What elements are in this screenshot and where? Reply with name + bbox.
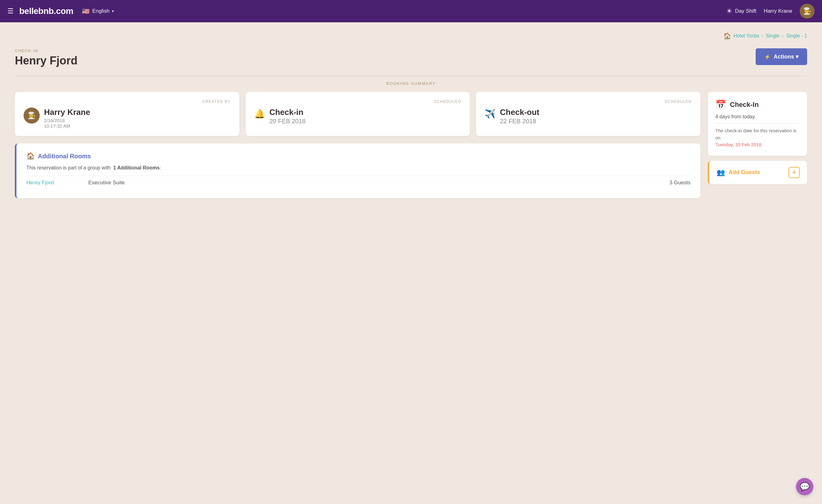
room-type: Executive Suite bbox=[88, 180, 670, 186]
day-shift: ☀ Day Shift bbox=[726, 7, 756, 15]
checkin-title: Check-in bbox=[270, 107, 306, 117]
checkout-details: Check-out 22 FEB 2018 bbox=[500, 107, 539, 125]
additional-rooms-text: This reservation is part of a group with… bbox=[26, 165, 691, 171]
right-card-header: 📅 Check-In bbox=[715, 99, 800, 110]
created-by-name: Harry Krane bbox=[44, 107, 90, 117]
created-by-card: CREATED BY 👨‍🍳 Harry Krane 2/16/2018 10:… bbox=[15, 92, 240, 136]
breadcrumb-room-type[interactable]: Single bbox=[766, 33, 780, 39]
room-guests: 3 Guests bbox=[670, 180, 691, 186]
chat-button[interactable]: 💬 bbox=[796, 478, 813, 495]
checkin-days: 4 days from today. bbox=[715, 114, 800, 120]
breadcrumb-room[interactable]: Single - 1 bbox=[786, 33, 807, 39]
checkout-title: Check-out bbox=[500, 107, 539, 117]
bell-icon: 🔔 bbox=[254, 109, 265, 119]
created-by-time: 10:17:32 AM bbox=[44, 123, 90, 129]
add-guests-left: 👥 Add Guests bbox=[717, 169, 760, 177]
checkin-date: 20 FEB 2018 bbox=[270, 118, 306, 125]
checkin-desc-part1: The check-in date for this reservation i… bbox=[715, 128, 797, 140]
chevron-down-icon: ▾ bbox=[112, 9, 114, 13]
checkin-label: CHECK-IN bbox=[15, 48, 77, 53]
plane-icon: ✈️ bbox=[485, 109, 495, 119]
booking-summary-label: BOOKING SUMMARY bbox=[15, 76, 807, 86]
guests-icon: 👥 bbox=[717, 169, 725, 177]
bolt-icon: ⚡ bbox=[764, 54, 771, 60]
created-by-date: 2/16/2018 bbox=[44, 118, 90, 123]
chat-icon: 💬 bbox=[800, 482, 810, 492]
content-right: 📅 Check-In 4 days from today. The check-… bbox=[708, 92, 807, 198]
add-guests-plus-button[interactable]: + bbox=[789, 167, 800, 178]
user-name: Harry Krane bbox=[764, 8, 792, 14]
add-guests-card: 👥 Add Guests + bbox=[708, 161, 807, 184]
checkin-desc: The check-in date for this reservation i… bbox=[715, 127, 800, 148]
main-content: 🏠 Hotel Yorba › Single › Single - 1 CHEC… bbox=[0, 22, 822, 208]
language-selector[interactable]: 🇺🇸 English ▾ bbox=[82, 7, 114, 15]
content-layout: CREATED BY 👨‍🍳 Harry Krane 2/16/2018 10:… bbox=[15, 92, 807, 198]
checkin-card: SCHEDULED 🔔 Check-in 20 FEB 2018 bbox=[246, 92, 470, 136]
created-by-content: 👨‍🍳 Harry Krane 2/16/2018 10:17:32 AM bbox=[24, 107, 231, 129]
checkin-date-highlight: Tuesday, 20 Feb 2018. bbox=[715, 142, 763, 147]
description-prefix: This reservation is part of a group with bbox=[26, 165, 110, 170]
breadcrumb-hotel[interactable]: Hotel Yorba bbox=[734, 33, 759, 39]
avatar[interactable]: 👨‍🍳 bbox=[800, 4, 815, 19]
header-right: ☀ Day Shift Harry Krane 👨‍🍳 bbox=[726, 4, 815, 19]
title-block: CHECK-IN Henry Fjord bbox=[15, 48, 77, 67]
right-checkin-card: 📅 Check-In 4 days from today. The check-… bbox=[708, 92, 807, 156]
breadcrumb-sep-2: › bbox=[782, 33, 784, 39]
checkout-card: SCHEDULED ✈️ Check-out 22 FEB 2018 bbox=[476, 92, 701, 136]
checkout-content: ✈️ Check-out 22 FEB 2018 bbox=[485, 107, 692, 125]
page-title-area: CHECK-IN Henry Fjord ⚡ Actions ▾ bbox=[15, 48, 807, 67]
checkin-scheduled-label: SCHEDULED bbox=[254, 99, 461, 104]
description-highlight: 1 Additional Rooms bbox=[113, 165, 160, 170]
breadcrumb: 🏠 Hotel Yorba › Single › Single - 1 bbox=[15, 32, 807, 40]
additional-rooms-card: 🏠 Additional Rooms This reservation is p… bbox=[15, 143, 701, 198]
checkin-details: Check-in 20 FEB 2018 bbox=[270, 107, 306, 125]
guest-name: Henry Fjord bbox=[15, 54, 77, 67]
created-by-details: Harry Krane 2/16/2018 10:17:32 AM bbox=[44, 107, 90, 129]
additional-rooms-header: 🏠 Additional Rooms bbox=[26, 152, 691, 160]
checkin-divider bbox=[715, 123, 800, 124]
checkout-scheduled-label: SCHEDULED bbox=[485, 99, 692, 104]
breadcrumb-sep-1: › bbox=[762, 33, 763, 39]
created-by-label: CREATED BY bbox=[24, 99, 231, 104]
home-icon: 🏠 bbox=[723, 32, 731, 40]
actions-label: Actions ▾ bbox=[774, 53, 798, 60]
room-row: Henry Fjord Executive Suite 3 Guests bbox=[26, 176, 691, 190]
content-left: CREATED BY 👨‍🍳 Harry Krane 2/16/2018 10:… bbox=[15, 92, 701, 198]
cards-row: CREATED BY 👨‍🍳 Harry Krane 2/16/2018 10:… bbox=[15, 92, 701, 136]
header: ☰ bellebnb.com 🇺🇸 English ▾ ☀ Day Shift … bbox=[0, 0, 822, 22]
sun-icon: ☀ bbox=[726, 7, 732, 15]
additional-rooms-icon: 🏠 bbox=[26, 152, 35, 160]
flag-icon: 🇺🇸 bbox=[82, 7, 90, 15]
description-suffix: : bbox=[160, 165, 161, 170]
language-label: English bbox=[92, 8, 109, 14]
room-guest-name[interactable]: Henry Fjord bbox=[26, 180, 88, 186]
logo: bellebnb.com bbox=[19, 6, 73, 16]
additional-rooms-title[interactable]: Additional Rooms bbox=[38, 153, 91, 160]
created-by-avatar: 👨‍🍳 bbox=[24, 107, 40, 124]
actions-button[interactable]: ⚡ Actions ▾ bbox=[756, 48, 807, 65]
checkout-date: 22 FEB 2018 bbox=[500, 118, 539, 125]
day-shift-label: Day Shift bbox=[735, 8, 756, 14]
calendar-icon: 📅 bbox=[715, 99, 726, 110]
add-guests-label[interactable]: Add Guests bbox=[729, 169, 760, 176]
menu-icon[interactable]: ☰ bbox=[7, 7, 14, 15]
checkin-content: 🔔 Check-in 20 FEB 2018 bbox=[254, 107, 461, 125]
right-card-title: Check-In bbox=[730, 101, 759, 109]
